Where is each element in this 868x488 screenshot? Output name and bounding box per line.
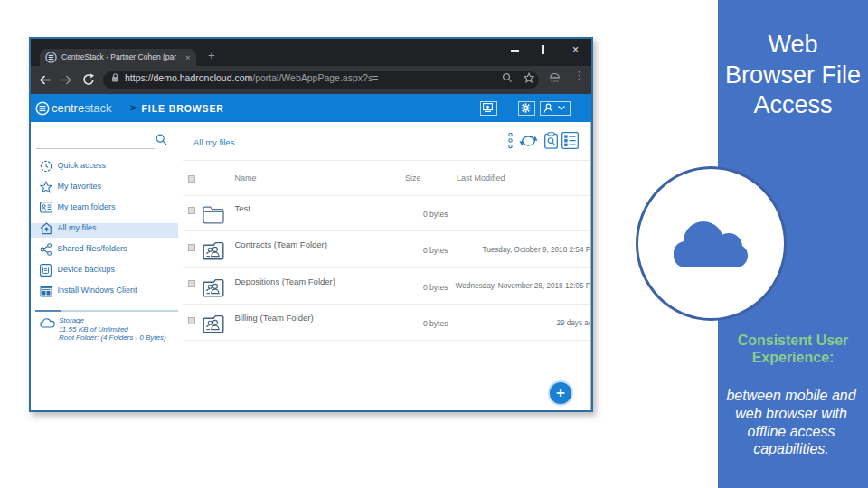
svg-text:CRX: CRX (551, 79, 559, 83)
